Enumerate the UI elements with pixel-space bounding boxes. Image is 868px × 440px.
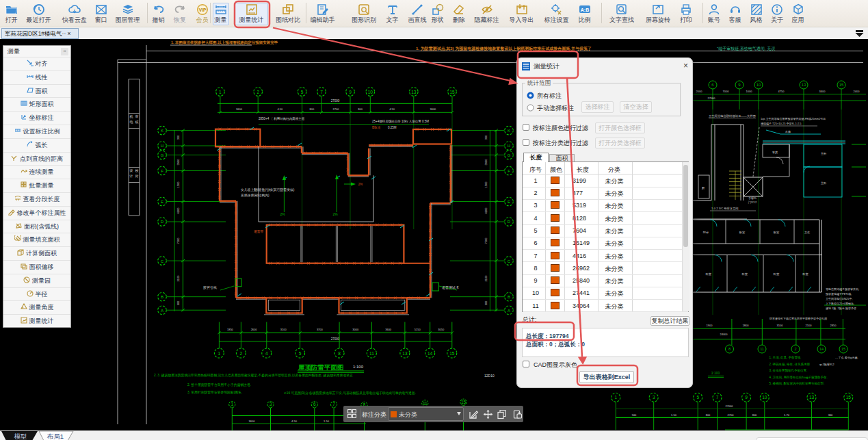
svg-text:15: 15 (449, 351, 455, 356)
svg-text:7: 7 (320, 90, 323, 94)
svg-text:300: 300 (176, 135, 180, 140)
svg-text:10: 10 (757, 83, 761, 87)
svg-text:13: 13 (402, 351, 408, 356)
svg-text:B取消: B取消 (372, 126, 381, 129)
svg-text:1: 1 (614, 395, 617, 400)
svg-text:屋顶防雷平面图: 屋顶防雷平面图 (298, 363, 344, 371)
svg-text:5. 楼梯间, 配电室内中间处采用节能灯型.: 5. 楼梯间, 配电室内中间处采用节能灯型. (770, 381, 825, 386)
svg-text:C: C (508, 259, 511, 263)
svg-text:2%: 2% (332, 212, 338, 216)
svg-text:女儿墙上翻(暗敷)引线(其它防雷类似): 女儿墙上翻(暗敷)引线(其它防雷类似) (241, 187, 295, 192)
svg-text:15: 15 (839, 83, 844, 87)
svg-text:7500: 7500 (176, 237, 180, 244)
svg-text:10: 10 (368, 90, 373, 94)
svg-text:厨: 厨 (702, 186, 705, 190)
svg-text:11: 11 (369, 351, 374, 356)
svg-text:800: 800 (752, 413, 757, 417)
svg-text:3: 3 (653, 395, 655, 400)
svg-text:⊕16 可见图(9)分:各楼防雷接地装置下设,与基础钢筋及总: ⊕16 可见图(9)分:各楼防雷接地装置下设,与基础钢筋及总等电位端子联结成可靠… (284, 391, 416, 396)
svg-text:阳台: 阳台 (703, 231, 709, 234)
svg-text:5: 5 (301, 90, 304, 94)
svg-text:接地 1预. 2预元.预留予留: 接地 1预. 2预元.预留予留 (826, 307, 856, 311)
svg-text:4750: 4750 (778, 90, 785, 93)
svg-text:模型: 模型 (14, 432, 27, 440)
svg-text:2600: 2600 (251, 328, 258, 331)
svg-text:1: 1 (231, 402, 233, 406)
svg-text:14: 14 (428, 351, 433, 356)
svg-text:1.50: 1.50 (671, 413, 677, 417)
svg-text:A: A (161, 309, 163, 313)
svg-text:2400: 2400 (854, 90, 860, 93)
svg-text:3600: 3600 (385, 328, 392, 331)
svg-text:F: F (508, 169, 510, 173)
svg-text:1. 本图做法依据参照大样图,以上预埋管线路由定位预留安装完: 1. 本图做法依据参照大样图,以上预埋管线路由定位预留安装完毕 (171, 40, 278, 45)
svg-text:卫生: 卫生 (804, 231, 811, 234)
svg-text:12D10: 12D10 (484, 374, 495, 378)
svg-text:0.25M: 0.25M (388, 126, 397, 129)
svg-text:H: H (508, 144, 510, 148)
svg-text:D: D (508, 220, 511, 224)
svg-text:6: 6 (313, 402, 316, 406)
svg-text:3400: 3400 (819, 90, 826, 93)
svg-text:F: F (161, 169, 163, 173)
svg-text:"端子审核链,系统电气通闭, 无误: "端子审核链,系统电气通闭, 无误 (717, 46, 775, 51)
svg-text:B: B (161, 295, 163, 299)
svg-text:1.50: 1.50 (324, 419, 330, 423)
svg-text:1:100: 1:100 (353, 365, 364, 369)
svg-text:VIP: VIP (198, 8, 206, 12)
svg-text:4200: 4200 (176, 207, 180, 214)
svg-text:2700: 2700 (728, 413, 735, 417)
svg-text:2%: 2% (358, 183, 363, 186)
svg-text:7000: 7000 (723, 90, 730, 93)
svg-text:设: 设 (129, 168, 133, 172)
svg-text:1000: 1000 (746, 90, 753, 93)
svg-text:接线端子 T25×10.25 予留孔 1:2.5: 接线端子 T25×10.25 予留孔 1:2.5 (761, 122, 802, 125)
svg-text:1: 1 (219, 90, 222, 94)
svg-text:560: 560 (632, 413, 637, 417)
svg-text:15: 15 (846, 395, 852, 400)
svg-text:2. 整个屋面防雷平台采用不小于的扁钢连通.: 2. 整个屋面防雷平台采用不小于的扁钢连通. (187, 383, 251, 387)
svg-text:14: 14 (819, 347, 824, 351)
svg-text:避雷测试卡: 避雷测试卡 (442, 285, 459, 290)
svg-text:胶管引线: 胶管引线 (203, 285, 217, 290)
svg-text:3050: 3050 (438, 328, 445, 331)
svg-text:K: K (508, 129, 510, 133)
svg-text:3. 采用针刺防雷带安装参照国标(图集.: 3. 采用针刺防雷带安装参照国标(图集. (187, 390, 242, 395)
svg-text:机: 机 (130, 114, 133, 118)
svg-text:5: 5 (299, 351, 302, 356)
svg-text:2700: 2700 (333, 107, 340, 111)
svg-text:15: 15 (841, 347, 845, 351)
svg-text:2: 2 (257, 90, 259, 94)
svg-text:7500: 7500 (484, 237, 488, 244)
svg-text:2850: 2850 (830, 324, 837, 327)
svg-text:3600: 3600 (430, 107, 436, 111)
svg-text:卫生间等电位DN25予,: 卫生间等电位DN25予, (826, 297, 852, 301)
svg-text:13: 13 (809, 395, 815, 400)
svg-text:防雷接地引下线位置见防雷平面图予留予留孔洞: 防雷接地引下线位置见防雷平面图予留予留孔洞 (770, 317, 827, 320)
svg-text:15: 15 (461, 400, 466, 404)
svg-text:1900: 1900 (707, 324, 713, 327)
svg-text:13: 13 (802, 83, 806, 87)
svg-text:8: 8 (728, 347, 731, 351)
svg-text:C: C (161, 259, 164, 263)
svg-text:卧室: 卧室 (774, 231, 779, 234)
svg-text:2100: 2100 (176, 275, 180, 282)
svg-text:电: 电 (130, 120, 133, 124)
svg-text:11: 11 (423, 401, 428, 406)
svg-text:3900: 3900 (176, 159, 180, 166)
svg-text:4.50: 4.50 (278, 107, 284, 111)
svg-text:1500: 1500 (176, 181, 180, 188)
svg-text:900: 900 (176, 300, 180, 305)
svg-text:主卧: 主卧 (821, 181, 827, 185)
svg-text:走廊: 走廊 (785, 130, 791, 133)
svg-text:10: 10 (762, 395, 767, 400)
svg-text:1:100: 1:100 (711, 371, 720, 375)
svg-text:4.50: 4.50 (291, 419, 298, 423)
svg-text:E: E (508, 200, 510, 204)
svg-text:5150: 5150 (415, 328, 421, 331)
svg-text:3100: 3100 (777, 324, 784, 327)
svg-text:4.50: 4.50 (389, 107, 395, 111)
svg-text:布局1: 布局1 (47, 432, 64, 440)
svg-text:2: 2 (794, 347, 796, 351)
svg-text:800: 800 (309, 107, 314, 111)
